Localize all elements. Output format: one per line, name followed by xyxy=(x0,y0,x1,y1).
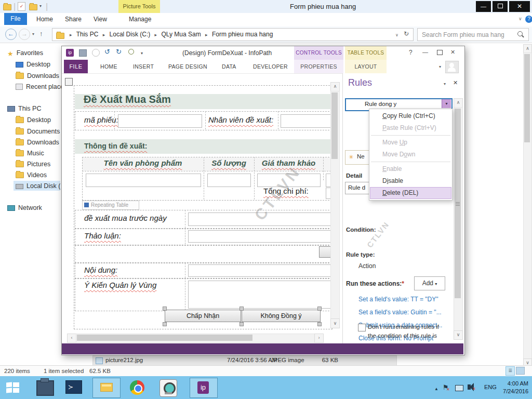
design-checker-icon[interactable] xyxy=(128,49,134,55)
back-button[interactable]: ← xyxy=(5,29,17,40)
sidebar-item-pc-downloads[interactable]: Downloads xyxy=(16,139,59,147)
explorer-minimize-button[interactable]: — xyxy=(476,1,491,12)
tab-infopath-home[interactable]: HOME xyxy=(100,63,117,70)
details-view-button[interactable]: ☰ xyxy=(506,366,515,376)
file-row[interactable]: picture212.jpg 7/24/2016 3:56 AM JPEG im… xyxy=(92,355,397,366)
sidebar-item-pc-desktop[interactable]: Desktop xyxy=(16,116,51,125)
server-manager-icon[interactable] xyxy=(36,380,54,396)
address-dropdown-icon[interactable]: ∨ xyxy=(395,33,398,37)
sidebar-item-pictures[interactable]: Pictures xyxy=(16,161,50,169)
dont-run-checkbox[interactable] xyxy=(358,324,366,331)
table-input-ten[interactable] xyxy=(86,174,201,187)
webcam-app-icon[interactable] xyxy=(159,379,177,397)
tab-home[interactable]: Home xyxy=(36,16,53,23)
sidebar-item-recent-places[interactable]: Recent places xyxy=(16,83,67,90)
powershell-icon[interactable]: ≻ xyxy=(65,380,82,394)
sidebar-item-local-disk[interactable]: Local Disk (C: xyxy=(16,182,60,190)
sidebar-item-videos[interactable]: Videos xyxy=(16,171,47,180)
tray-language[interactable]: ENG xyxy=(484,384,497,390)
recent-locations-icon[interactable]: ▾ xyxy=(32,32,34,36)
thumbnail-view-button[interactable] xyxy=(516,367,525,375)
sidebar-section-favorites[interactable]: ★Favorites xyxy=(7,49,43,58)
selection-handle[interactable] xyxy=(163,307,167,311)
address-box[interactable]: ▸ This PC ▸ Local Disk (C:) ▸ QLy Mua Sa… xyxy=(52,28,414,41)
add-action-button[interactable]: Add ▾ xyxy=(414,276,445,290)
start-button[interactable] xyxy=(6,382,20,393)
form-scroll-down[interactable]: ∨ xyxy=(330,318,340,328)
infopath-close-button[interactable]: ✕ xyxy=(450,49,455,56)
tab-view[interactable]: View xyxy=(94,16,107,23)
selection-handle[interactable] xyxy=(317,322,322,326)
chrome-icon[interactable] xyxy=(130,380,144,395)
tab-infopath-data[interactable]: DATA xyxy=(222,63,236,70)
tab-infopath-developer[interactable]: DEVELOPER xyxy=(253,63,288,70)
forward-button[interactable]: → xyxy=(19,29,30,40)
menu-item-copy-rule-ctrl-c[interactable]: Copy Rule (Ctrl+C) xyxy=(370,110,451,122)
breadcrumb-local-disk[interactable]: Local Disk (C:) xyxy=(110,31,151,38)
tray-volume-icon[interactable]: ✕ xyxy=(468,384,471,390)
tab-infopath-layout[interactable]: LAYOUT xyxy=(345,60,387,73)
infopath-maximize-button[interactable] xyxy=(437,50,443,55)
form-scroll-right[interactable]: › xyxy=(314,334,324,343)
sidebar-item-downloads[interactable]: Downloads xyxy=(16,72,59,81)
sidebar-section-this-pc[interactable]: This PC xyxy=(7,105,41,112)
tab-infopath-properties[interactable]: PROPERTIES xyxy=(294,60,343,73)
pane-close-icon[interactable]: ✕ xyxy=(453,79,458,86)
tab-infopath-page-design[interactable]: PAGE DESIGN xyxy=(168,63,207,70)
pane-options-icon[interactable]: ▾ xyxy=(444,82,446,86)
reject-button[interactable]: Không Đồng ý xyxy=(242,310,321,322)
tab-share[interactable]: Share xyxy=(65,16,82,23)
picture-tools-contextual-tab[interactable]: Picture Tools xyxy=(118,0,160,13)
preview-icon[interactable] xyxy=(92,49,100,57)
tray-show-hidden-icon[interactable]: ▲ xyxy=(434,387,438,391)
selection-handle[interactable] xyxy=(163,322,167,326)
explorer-restore-button[interactable] xyxy=(493,1,508,12)
qat-properties-icon[interactable]: ✓ xyxy=(18,2,25,11)
menu-item-disable[interactable]: Disable xyxy=(370,175,451,187)
save-icon[interactable] xyxy=(79,49,87,57)
combobox-dropdown-icon[interactable]: ▾ xyxy=(442,99,451,108)
ribbon-collapse-icon[interactable]: ∨ xyxy=(518,16,522,21)
form-scroll-left[interactable]: ‹ xyxy=(67,334,76,343)
pane-scroll-up[interactable]: ∧ xyxy=(454,98,463,108)
input-nhan-vien[interactable] xyxy=(281,114,332,128)
up-button[interactable]: ↑ xyxy=(39,30,43,37)
breadcrumb-current[interactable]: Form phieu mua hang xyxy=(212,31,273,38)
table-input-so-luong[interactable] xyxy=(207,174,251,187)
tab-infopath-file[interactable]: FILE xyxy=(64,60,88,73)
infopath-minimize-button[interactable]: — xyxy=(422,49,428,55)
sidebar-item-desktop[interactable]: Desktop xyxy=(16,61,50,68)
form-scroll-thumb-h[interactable] xyxy=(77,335,252,341)
input-noi-dung[interactable] xyxy=(188,264,332,277)
sidebar-item-music[interactable]: Music xyxy=(16,150,44,158)
explorer-close-button[interactable]: ✕ xyxy=(509,1,530,12)
selection-handle[interactable] xyxy=(240,322,244,326)
form-scroll-up[interactable]: ∧ xyxy=(330,82,340,91)
input-y-kien[interactable] xyxy=(188,281,332,309)
qat-new-folder-icon[interactable] xyxy=(29,3,37,12)
selection-handle[interactable] xyxy=(317,307,322,311)
redo-icon[interactable]: ↻ xyxy=(116,48,122,56)
tab-file[interactable]: File xyxy=(4,13,27,25)
explorer-scroll-up[interactable]: ∧ xyxy=(523,44,532,53)
breadcrumb-this-pc[interactable]: This PC xyxy=(76,31,99,38)
form-canvas[interactable]: Đề Xuất Mua Sắm mã phiếu: Nhân viên đề x… xyxy=(74,85,332,329)
tray-clock[interactable]: 4:00 AM 7/24/2016 xyxy=(496,380,528,395)
ribbon-options-icon[interactable]: ▾ xyxy=(439,64,441,69)
infopath-help-icon[interactable]: ? xyxy=(409,49,413,56)
form-select-handle[interactable] xyxy=(65,78,73,86)
sidebar-item-documents[interactable]: Documents xyxy=(16,128,60,136)
tab-manage[interactable]: Manage xyxy=(129,16,151,23)
repeating-table-tag[interactable]: Repeating Table xyxy=(82,201,139,210)
taskbar-infopath-button[interactable]: ip xyxy=(190,378,218,398)
help-icon[interactable]: ? xyxy=(525,16,532,23)
search-box[interactable]: Search Form phieu mua hang xyxy=(417,28,529,41)
qat-customize-icon[interactable]: ▾ xyxy=(39,4,42,8)
input-thao-luan[interactable] xyxy=(188,230,332,243)
accept-button[interactable]: Chấp Nhận xyxy=(165,310,241,322)
undo-icon[interactable]: ↺ xyxy=(104,48,110,56)
tray-action-center-icon[interactable]: ⚑✕ xyxy=(443,383,449,391)
breadcrumb-qly-mua-sam[interactable]: QLy Mua Sam xyxy=(161,31,201,38)
refresh-icon[interactable]: ↻ xyxy=(404,30,409,37)
rule-action-link[interactable]: Set a field's value: TT = "DY" xyxy=(358,296,455,309)
